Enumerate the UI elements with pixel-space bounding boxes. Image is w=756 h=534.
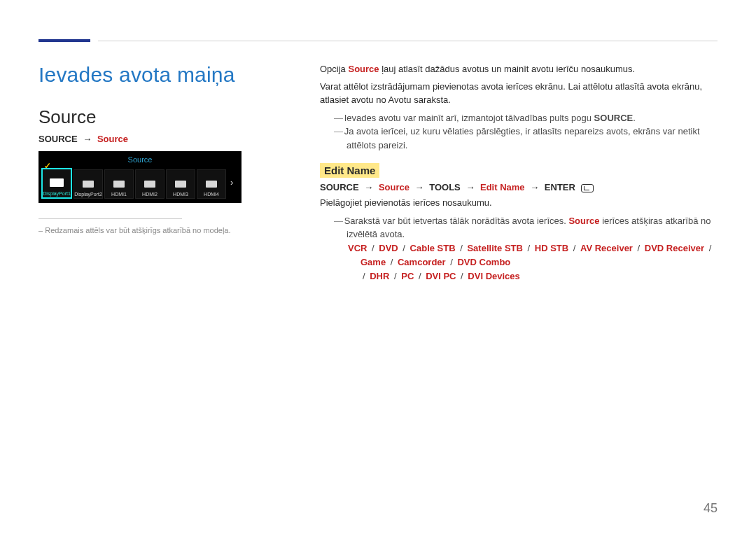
port-icon [50, 178, 64, 187]
option-value: DVI PC [426, 271, 456, 281]
source-tile-displayport1[interactable]: DisplayPort1 [41, 168, 72, 199]
separator: / [416, 271, 424, 281]
option-value: AV Receiver [580, 243, 633, 253]
separator: / [400, 243, 408, 253]
section-title: Source [38, 106, 307, 128]
port-icon [175, 181, 186, 188]
note-item: Ievades avotu var mainīt arī, izmantojot… [334, 111, 718, 125]
source-path: SOURCE → Source [38, 134, 307, 144]
text: . [633, 113, 636, 123]
separator: / [706, 243, 711, 253]
tile-label: DisplayPort1 [43, 191, 71, 196]
note-item: Ja avota ierīcei, uz kuru vēlaties pārsl… [334, 125, 718, 152]
note-item: Sarakstā var būt ietvertas tālāk norādīt… [334, 214, 718, 283]
option-value: HD STB [535, 243, 568, 253]
divider [38, 218, 182, 219]
option-value: DVD Receiver [645, 243, 704, 253]
path-part-highlight: Edit Name [480, 182, 525, 192]
chapter-title: Ievades avota maiņa [38, 63, 307, 87]
text: Opcija [320, 64, 348, 74]
intro-paragraph-1: Opcija Source ļauj atlasīt dažādus avotu… [320, 63, 718, 76]
edit-name-options: VCR / DVD / Cable STB / Satellite STB / … [346, 241, 718, 283]
intro-notes: Ievades avotu var mainīt arī, izmantojot… [320, 111, 718, 153]
option-value: PC [401, 271, 414, 281]
figure-footnote: Redzamais attēls var būt atšķirīgs atkar… [38, 226, 307, 234]
top-rule [98, 41, 718, 41]
text: Sarakstā var būt ietvertas tālāk norādīt… [344, 216, 569, 226]
source-tile-displayport2[interactable]: DisplayPort2 [74, 169, 103, 199]
separator: / [369, 243, 377, 253]
tile-label: HDMI1 [111, 192, 127, 197]
term-highlight: Source [348, 64, 379, 74]
arrow-icon: → [465, 182, 475, 192]
port-icon [144, 181, 155, 188]
option-value: DVI Devices [468, 271, 519, 281]
right-column: Opcija Source ļauj atlasīt dažādus avotu… [320, 63, 718, 290]
source-tiles-row: DisplayPort1 DisplayPort2 HDMI1 HDMI2 HD… [38, 168, 241, 199]
tile-label: HDMI3 [173, 192, 188, 197]
figure-header: Source [38, 154, 241, 168]
path-part-highlight: Source [97, 134, 128, 144]
text-bold: SOURCE [594, 113, 634, 123]
text: ļauj atlasīt dažādus avotus un mainīt av… [379, 64, 636, 74]
port-icon [83, 181, 94, 188]
page-content: Ievades avota maiņa Source SOURCE → Sour… [38, 63, 718, 290]
separator: / [363, 271, 368, 281]
source-tile-hdmi1[interactable]: HDMI1 [104, 169, 134, 199]
path-part: TOOLS [429, 182, 461, 192]
option-value: Camcorder [398, 257, 446, 267]
path-part: ENTER [545, 182, 575, 192]
term-highlight: Source [568, 216, 599, 226]
separator: / [635, 243, 643, 253]
page-number: 45 [704, 501, 718, 516]
separator: / [391, 271, 399, 281]
top-rule-accent [38, 39, 90, 42]
option-value: Cable STB [410, 243, 456, 253]
option-value: Game [360, 257, 386, 267]
text: Ievades avotu var mainīt arī, izmantojot… [344, 113, 594, 123]
text: Ja avota ierīcei, uz kuru vēlaties pārsl… [344, 126, 700, 150]
source-tile-hdmi3[interactable]: HDMI3 [166, 169, 195, 199]
edit-name-desc: Pielāgojiet pievienotās ierīces nosaukum… [320, 197, 718, 210]
separator: / [525, 243, 533, 253]
enter-icon [581, 184, 594, 192]
path-part: SOURCE [320, 182, 359, 192]
option-value: DVD Combo [457, 257, 510, 267]
option-value: DHR [370, 271, 389, 281]
intro-paragraph-2: Varat attēlot izstrādājumam pievienotas … [320, 80, 718, 107]
source-tile-hdmi4[interactable]: HDMI4 [197, 169, 226, 199]
port-icon [206, 181, 217, 188]
separator: / [458, 271, 466, 281]
source-tile-hdmi2[interactable]: HDMI2 [135, 169, 164, 199]
path-part: SOURCE [38, 134, 78, 144]
option-value: Satellite STB [467, 243, 522, 253]
edit-name-path: SOURCE → Source → TOOLS → Edit Name → EN… [320, 182, 718, 192]
option-value: DVD [379, 243, 398, 253]
separator: / [458, 243, 465, 253]
path-part-highlight: Source [379, 182, 410, 192]
port-icon [113, 181, 125, 188]
source-figure: Source DisplayPort1 DisplayPort2 HDMI1 H… [38, 151, 241, 203]
separator: / [570, 243, 578, 253]
tile-label: HDMI2 [142, 192, 158, 197]
edit-name-heading: Edit Name [320, 163, 379, 178]
arrow-icon: → [530, 182, 539, 192]
chevron-right-icon[interactable]: › [227, 177, 236, 190]
separator: / [448, 257, 456, 267]
arrow-icon: → [415, 182, 424, 192]
tile-label: HDMI4 [204, 192, 219, 197]
arrow-icon: → [364, 182, 373, 192]
left-column: Ievades avota maiņa Source SOURCE → Sour… [38, 63, 320, 290]
tile-label: DisplayPort2 [74, 192, 102, 197]
separator: / [388, 257, 396, 267]
option-value: VCR [348, 243, 367, 253]
edit-name-notes: Sarakstā var būt ietvertas tālāk norādīt… [320, 214, 718, 283]
arrow-icon: → [83, 134, 92, 144]
